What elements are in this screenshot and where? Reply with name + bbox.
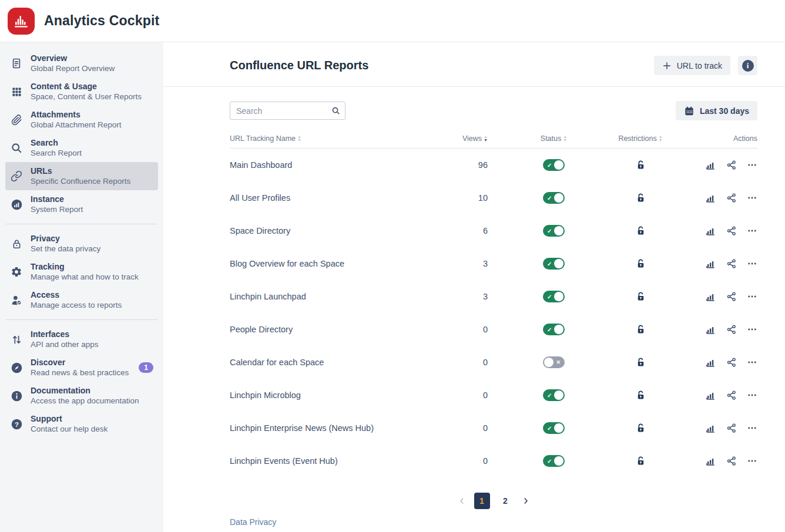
sidebar-item-documentation[interactable]: DocumentationAccess the app documentatio… [5,382,158,410]
page-title: Confluence URL Reports [230,59,368,72]
status-toggle[interactable]: ✓ [543,324,565,335]
table-row: Linchpin Launchpad 3 ✓ [230,280,757,313]
url-report-name[interactable]: Linchpin Enterprise News (News Hub) [230,423,424,433]
share-icon[interactable] [726,225,737,236]
more-actions-icon[interactable] [747,456,757,466]
sidebar-item-instance[interactable]: InstanceSystem Report [5,190,158,218]
share-icon[interactable] [726,390,737,400]
status-toggle[interactable]: ✓ [543,192,565,204]
report-chart-icon[interactable] [705,423,716,434]
unlock-icon[interactable] [635,258,646,270]
sidebar-item-tracking[interactable]: TrackingManage what and how to track [5,258,158,286]
page-button[interactable]: 1 [474,493,490,509]
report-chart-icon[interactable] [705,357,716,368]
grid-icon [10,85,23,98]
report-chart-icon[interactable] [705,225,716,237]
more-actions-icon[interactable] [747,357,757,368]
status-toggle[interactable]: ✓ [543,225,565,237]
more-actions-icon[interactable] [747,291,757,302]
toggle-knob [554,423,563,433]
url-report-name[interactable]: Calendar for each Space [230,358,424,367]
toggle-knob [554,390,563,400]
status-toggle[interactable]: ✓ [543,422,565,434]
status-toggle[interactable]: ✓ [543,258,565,270]
svg-text:?: ? [15,420,19,427]
search-input[interactable] [230,102,345,120]
unlock-icon[interactable] [635,160,646,171]
next-page-icon[interactable] [521,496,531,506]
status-toggle[interactable]: ✕ [543,356,565,368]
unlock-icon[interactable] [635,423,646,434]
report-chart-icon[interactable] [705,291,716,302]
sidebar-item-search[interactable]: SearchSearch Report [5,134,158,162]
data-privacy-link[interactable]: Data Privacy [230,517,276,527]
sidebar-item-overview[interactable]: OverviewGlobal Report Overview [5,49,158,78]
page-info-button[interactable]: i [738,56,757,75]
share-icon[interactable] [726,357,737,368]
column-header-actions: Actions [661,134,757,143]
sidebar-item-attachments[interactable]: AttachmentsGlobal Attachment Report [5,106,158,134]
share-icon[interactable] [726,456,737,466]
report-chart-icon[interactable] [705,456,716,467]
page-button[interactable]: 2 [498,493,514,509]
sidebar-item-urls[interactable]: URLsSpecific Confluence Reports [5,162,158,190]
report-chart-icon[interactable] [705,390,716,401]
share-icon[interactable] [726,423,737,433]
url-report-name[interactable]: All User Profiles [230,193,424,203]
report-chart-icon[interactable] [705,258,716,270]
column-header-restrictions[interactable]: Restrictions ▲▼ [620,134,661,143]
report-chart-icon[interactable] [705,160,716,171]
sidebar-item-access[interactable]: AccessManage access to reports [5,286,158,314]
url-report-name[interactable]: Blog Overview for each Space [230,259,424,268]
more-actions-icon[interactable] [747,423,757,433]
report-chart-icon[interactable] [705,324,716,335]
gear-icon [10,265,23,278]
status-toggle[interactable]: ✓ [543,455,565,467]
unlock-icon[interactable] [635,324,646,335]
url-report-name[interactable]: Linchpin Launchpad [230,292,424,301]
sidebar-item-support[interactable]: ? SupportContact our help desk [5,410,158,438]
share-icon[interactable] [726,193,737,203]
url-report-name[interactable]: Linchpin Events (Event Hub) [230,456,424,466]
share-icon[interactable] [726,258,737,269]
column-header-status[interactable]: Status ▲▼ [488,134,620,143]
table-row: People Directory 0 ✓ [230,313,757,346]
status-toggle[interactable]: ✓ [543,389,565,401]
status-toggle[interactable]: ✓ [543,291,565,302]
share-icon[interactable] [726,160,737,170]
sidebar-item-interfaces[interactable]: InterfacesAPI and other apps [5,325,158,353]
sidebar-item-discover[interactable]: DiscoverRead news & best practices 1 [5,353,158,382]
url-to-track-button[interactable]: URL to track [654,56,730,75]
url-report-name[interactable]: People Directory [230,325,424,334]
search-field-wrap [230,102,345,120]
column-header-name[interactable]: URL Tracking Name ▲▼ [230,134,424,143]
sidebar-item-privacy[interactable]: PrivacySet the data privacy [5,230,158,258]
unlock-icon[interactable] [635,456,646,467]
url-report-name[interactable]: Main Dashboard [230,160,424,170]
unlock-icon[interactable] [635,390,646,401]
unlock-icon[interactable] [635,193,646,204]
report-chart-icon[interactable] [705,193,716,204]
more-actions-icon[interactable] [747,258,757,269]
url-report-name[interactable]: Linchpin Microblog [230,390,424,400]
more-actions-icon[interactable] [747,390,757,400]
previous-page-icon[interactable] [457,496,467,506]
unlock-icon[interactable] [635,357,646,368]
toggle-knob [554,193,563,203]
url-report-name[interactable]: Space Directory [230,226,424,235]
share-icon[interactable] [726,324,737,335]
status-toggle[interactable]: ✓ [543,159,565,171]
sort-icon: ▲▼ [563,135,567,142]
app-header: Analytics Cockpit [0,0,785,42]
column-header-views[interactable]: Views ▲▼ [424,134,488,143]
unlock-icon[interactable] [635,291,646,302]
share-icon[interactable] [726,291,737,302]
date-range-button[interactable]: Last 30 days [676,101,757,120]
more-actions-icon[interactable] [747,324,757,335]
unlock-icon[interactable] [635,225,646,237]
sidebar-item-content-usage[interactable]: Content & UsageSpace, Content & User Rep… [5,78,158,106]
more-actions-icon[interactable] [747,160,757,170]
more-actions-icon[interactable] [747,193,757,203]
sidebar-item-sublabel: System Report [31,204,83,215]
more-actions-icon[interactable] [747,225,757,236]
